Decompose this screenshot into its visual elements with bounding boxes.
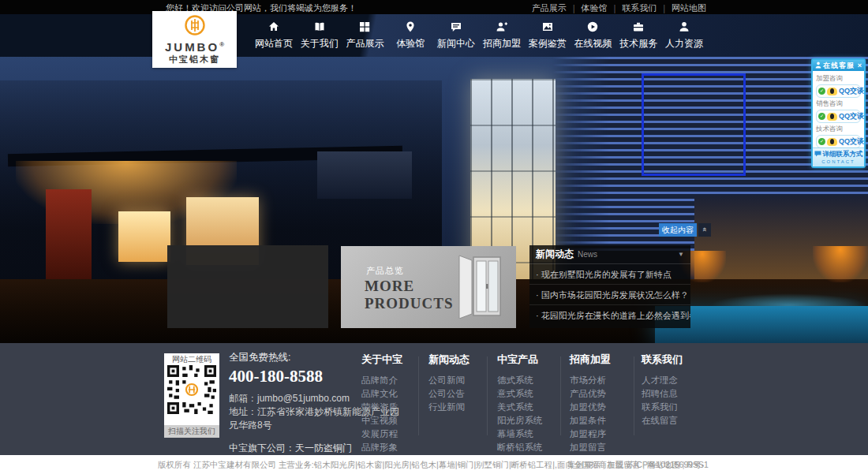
footer-link[interactable]: 断桥铝系统 [497,441,543,454]
news-header: 新闻动态 News ▼ [529,245,690,264]
qq-groups: 加盟咨询 ✓ QQ交谈 销售咨询 ✓ QQ交谈 技术咨询 ✓ QQ交谈 [813,71,864,148]
chevron-down-icon[interactable]: ▼ [678,251,684,258]
footer-link[interactable]: 加盟优势 [570,401,615,414]
nav-item-hr[interactable]: 人力资源 [661,20,707,50]
footer: 网站二维码 扫描关 [0,343,868,455]
footer-link[interactable]: 人才理念 [642,374,683,387]
logo-brand: JUMBO® [165,40,224,54]
footer-link[interactable]: 发展历程 [361,427,402,441]
footer-divider [487,356,488,435]
online-status-icon: ✓ [818,88,825,95]
news-item[interactable]: 国内市场花园阳光房发展状况怎么样？ [529,285,690,305]
footer-link[interactable]: 联系我们 [642,401,683,414]
products-title: MORE PRODUCTS [365,278,454,312]
footer-divider [560,356,561,435]
bottom-link-cases[interactable]: 案例展示 [567,460,600,469]
footer-link[interactable]: 加盟留言 [570,441,615,454]
footer-divider [634,356,634,435]
online-status-icon: ✓ [818,113,825,120]
briefcase-icon [632,20,645,34]
nav-item-experience[interactable]: 体验馆 [387,20,433,50]
hero-lit-window [118,211,170,262]
footer-link[interactable]: 公司新闻 [428,374,470,387]
topbar: 您好！欢迎访问公司网站，我们将竭诚为您服务！ 产品展示体验馆联系我们网站地图 [0,0,868,14]
bottom-link-sitemap[interactable]: 网站地图 [640,460,680,469]
online-status-icon: ✓ [818,138,825,145]
footer-link[interactable]: 产品优势 [570,387,615,401]
nav-item-home[interactable]: 网站首页 [251,20,297,50]
qr-title: 网站二维码 [164,353,219,365]
qq-chat-button[interactable]: ✓ QQ交谈 [816,135,861,148]
footer-link[interactable]: 加盟程序 [570,427,615,441]
footer-link[interactable]: 市场分析 [570,374,615,387]
footer-link[interactable]: 中宝视频 [361,414,402,427]
window-illustration-icon [455,252,505,322]
nav-item-tech[interactable]: 技术服务 [615,20,661,50]
qq-chat-button[interactable]: ✓ QQ交谈 [816,84,861,98]
qq-chat-button[interactable]: ✓ QQ交谈 [816,110,861,123]
footer-link[interactable]: 幕墙系统 [497,427,543,441]
jumbo-logo-icon [184,14,206,39]
qr-code-box: 网站二维码 扫描关 [164,353,219,438]
footer-column-contact: 联系我们 人才理念 招聘信息 联系我们 在线留言 [642,353,683,427]
dark-placeholder-panel [167,245,328,328]
map-pin-icon [404,20,417,34]
book-icon [313,20,326,34]
footer-link[interactable]: 荣誉资质 [361,401,402,414]
news-item[interactable]: 花园阳光房在漫长的道路上必然会遇到各种挑战 [529,305,690,326]
nav-item-news[interactable]: 新闻中心 [433,20,479,50]
topbar-links: 产品展示体验馆联系我们网站地图 [532,2,706,14]
footer-link[interactable]: 行业新闻 [428,401,470,414]
nav-item-products[interactable]: 产品展示 [342,20,388,50]
person-icon [815,62,821,70]
qq-group-label: 销售咨询 [816,99,861,109]
selection-highlight-box [642,73,746,176]
hero-red-wall [46,189,92,284]
user-plus-icon [496,20,508,34]
qr-code-image [167,365,216,414]
qr-caption: 扫描关注我们 [164,425,219,438]
nav-item-cases[interactable]: 案例鉴赏 [525,20,571,50]
collapse-content-button[interactable]: 收起内容 [659,223,697,237]
more-products-card[interactable]: 产品总览 MORE PRODUCTS [341,246,516,328]
nav-items: 网站首页 关于我们 产品展示 体验馆 新闻中心 招商加盟 [251,20,707,50]
play-icon [586,20,599,34]
nav-item-about[interactable]: 关于我们 [297,20,342,50]
contact-detail-button[interactable]: 详细联系方式 CONTACT [813,147,864,166]
footer-link[interactable]: 美式系统 [497,401,543,414]
footer-link[interactable]: 品牌简介 [361,374,402,387]
nav-item-video[interactable]: 在线视频 [571,20,616,50]
online-service-header: 在线客服 × [813,60,864,71]
footer-link[interactable]: 加盟条件 [570,414,615,427]
qq-penguin-icon [827,138,837,146]
footer-link[interactable]: 阳光房系统 [497,414,543,427]
collapse-chevron-icon[interactable]: « [698,223,711,237]
footer-link[interactable]: 品牌形象 [361,441,402,454]
qq-penguin-icon [827,88,837,95]
news-item[interactable]: 现在别墅阳光房的发展有了新特点 [529,264,690,285]
footer-link[interactable]: 德式系统 [497,374,543,387]
topbar-link-experience[interactable]: 体验馆 [567,3,608,13]
footer-column-products: 中宝产品 德式系统 意式系统 美式系统 阳光房系统 幕墙系统 断桥铝系统 [497,353,543,454]
products-tag: 产品总览 [366,265,404,277]
logo[interactable]: JUMBO® 中宝铝木窗 [152,11,237,68]
footer-link[interactable]: 公司公告 [428,387,470,401]
footer-column-news: 新闻动态 公司新闻 公司公告 行业新闻 [428,353,470,414]
chat-icon [450,20,462,34]
topbar-link-sitemap[interactable]: 网站地图 [657,3,706,13]
topbar-link-products[interactable]: 产品展示 [532,3,567,13]
picture-icon [541,20,554,34]
footer-divider [418,356,419,435]
bottom-link-rss[interactable]: RSS [680,460,704,469]
speech-bubble-icon [814,151,821,159]
hero-banner: 收起内容 « 产品总览 MORE PRODUCTS [0,57,868,343]
footer-link[interactable]: 品牌文化 [361,387,402,401]
footer-link[interactable]: 在线留言 [642,414,683,427]
footer-link[interactable]: 招聘信息 [642,387,683,401]
nav-item-franchise[interactable]: 招商加盟 [479,20,525,50]
close-icon[interactable]: × [858,62,862,69]
bottom-link-message[interactable]: 在线留言 [600,460,641,469]
footer-link[interactable]: 意式系统 [497,387,543,401]
topbar-link-contact[interactable]: 联系我们 [607,3,657,13]
qq-group-label: 加盟咨询 [816,74,861,84]
